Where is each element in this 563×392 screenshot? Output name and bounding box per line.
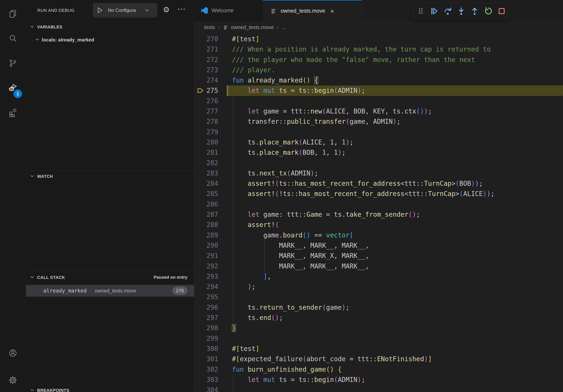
code-line[interactable]: 295 bbox=[194, 292, 563, 302]
editor-gutter[interactable]: 282 bbox=[194, 158, 232, 168]
call-stack-frame-row[interactable]: already_marked owned_tests.move 275 bbox=[26, 285, 194, 297]
breadcrumb-item-tests[interactable]: tests bbox=[204, 24, 215, 30]
code-line[interactable]: 283 ts.next_tx(ADMIN); bbox=[194, 168, 563, 178]
code-line[interactable]: 271/// When a position is already marked… bbox=[194, 44, 563, 54]
editor-gutter[interactable]: 299 bbox=[194, 333, 232, 344]
editor-gutter[interactable]: 278 bbox=[194, 117, 232, 127]
restart-icon[interactable] bbox=[483, 6, 493, 16]
code-line[interactable]: 281 ts.place_mark(BOB, 1, 1); bbox=[194, 147, 563, 158]
editor-gutter[interactable]: 298 bbox=[194, 323, 232, 333]
tab-welcome[interactable]: Welcome bbox=[194, 0, 263, 21]
settings-gear-icon[interactable] bbox=[0, 370, 26, 390]
code-line[interactable]: 294 ); bbox=[194, 282, 563, 292]
code-line[interactable]: 282 bbox=[194, 158, 563, 168]
code-line[interactable]: 304 bbox=[194, 385, 563, 392]
editor-gutter[interactable]: 295 bbox=[194, 292, 232, 302]
watch-section-header[interactable]: WATCH bbox=[30, 172, 53, 181]
editor-gutter[interactable]: 280 bbox=[194, 137, 232, 147]
editor-gutter[interactable]: 284 bbox=[194, 178, 232, 189]
code-line[interactable]: 299 bbox=[194, 333, 563, 344]
step-out-icon[interactable] bbox=[470, 6, 480, 16]
code-line[interactable]: 302fun burn_unfinished_game() { bbox=[194, 364, 563, 375]
editor-gutter[interactable]: 291 bbox=[194, 251, 232, 261]
files-icon[interactable] bbox=[0, 4, 26, 24]
breadcrumb-item-file[interactable]: owned_tests.move bbox=[231, 24, 274, 30]
call-stack-section-header[interactable]: CALL STACK bbox=[30, 273, 65, 282]
run-debug-icon[interactable]: 1 bbox=[0, 78, 26, 98]
code-line[interactable]: 278 transfer::public_transfer(game, ADMI… bbox=[194, 117, 563, 127]
code-line[interactable]: 279 bbox=[194, 127, 563, 137]
editor-gutter[interactable]: 293 bbox=[194, 271, 232, 282]
editor-gutter[interactable]: 300 bbox=[194, 344, 232, 354]
code-line[interactable]: 289 game.board() == vector[ bbox=[194, 230, 563, 240]
code-line[interactable]: 291 MARK__, MARK_X, MARK__, bbox=[194, 251, 563, 261]
editor-gutter[interactable]: 297 bbox=[194, 313, 232, 323]
editor-gutter[interactable]: 277 bbox=[194, 106, 232, 117]
code-line[interactable]: 274fun already_marked() { bbox=[194, 75, 563, 85]
code-editor[interactable]: 270#[test]271/// When a position is alre… bbox=[194, 34, 563, 392]
code-line[interactable]: 301#[expected_failure(abort_code = ttt::… bbox=[194, 354, 563, 364]
debug-configuration-dropdown[interactable]: No Configura bbox=[93, 3, 157, 17]
breadcrumb-item-symbol[interactable]: ... bbox=[282, 24, 286, 30]
step-over-icon[interactable] bbox=[443, 6, 453, 16]
code-line[interactable]: 272/// the player who made the "false" m… bbox=[194, 55, 563, 65]
code-line[interactable]: 277 let game = ttt::new(ALICE, BOB, KEY,… bbox=[194, 106, 563, 117]
editor-gutter[interactable]: 304 bbox=[194, 385, 232, 392]
editor-gutter[interactable]: 274 bbox=[194, 75, 232, 85]
editor-gutter[interactable]: 276 bbox=[194, 96, 232, 106]
editor-gutter[interactable]: 271 bbox=[194, 44, 232, 54]
editor-gutter[interactable]: 294 bbox=[194, 282, 232, 292]
code-line[interactable]: 293 ], bbox=[194, 271, 563, 282]
editor-gutter[interactable]: 303 bbox=[194, 375, 232, 385]
editor-gutter[interactable]: 285 bbox=[194, 189, 232, 199]
stop-icon[interactable] bbox=[497, 6, 507, 16]
continue-icon[interactable] bbox=[429, 6, 439, 16]
code-line[interactable]: 288 assert!( bbox=[194, 220, 563, 230]
code-line[interactable]: 300#[test] bbox=[194, 344, 563, 354]
code-line[interactable]: 280 ts.place_mark(ALICE, 1, 1); bbox=[194, 137, 563, 147]
code-line[interactable]: 275 let mut ts = ts::begin(ADMIN); bbox=[194, 85, 563, 96]
editor-gutter[interactable]: 270 bbox=[194, 34, 232, 44]
editor-gutter[interactable]: 290 bbox=[194, 240, 232, 251]
code-line[interactable]: 297 ts.end(); bbox=[194, 313, 563, 323]
code-line[interactable]: 298} bbox=[194, 323, 563, 333]
step-into-icon[interactable] bbox=[456, 6, 466, 16]
drag-grip-icon[interactable] bbox=[416, 6, 426, 16]
editor-gutter[interactable]: 283 bbox=[194, 168, 232, 178]
editor-gutter[interactable]: 301 bbox=[194, 354, 232, 364]
editor-gutter[interactable]: 296 bbox=[194, 302, 232, 313]
variables-scope-locals[interactable]: locals: already_marked bbox=[35, 35, 94, 45]
source-control-icon[interactable] bbox=[0, 53, 26, 73]
editor-gutter[interactable]: 302 bbox=[194, 364, 232, 375]
search-icon[interactable] bbox=[0, 29, 26, 48]
editor-gutter[interactable]: 272 bbox=[194, 55, 232, 65]
start-debug-icon[interactable] bbox=[96, 6, 104, 14]
editor-gutter[interactable]: 287 bbox=[194, 209, 232, 220]
editor-gutter[interactable]: 289 bbox=[194, 230, 232, 240]
close-tab-icon[interactable]: × bbox=[330, 8, 334, 15]
editor-gutter[interactable]: 292 bbox=[194, 261, 232, 271]
editor-gutter[interactable]: 279 bbox=[194, 127, 232, 137]
code-line[interactable]: 292 MARK__, MARK__, MARK__, bbox=[194, 261, 563, 271]
account-icon[interactable] bbox=[0, 343, 26, 363]
extensions-icon[interactable] bbox=[0, 103, 26, 122]
editor-gutter[interactable]: 281 bbox=[194, 147, 232, 158]
settings-gear-icon[interactable]: ⚙ bbox=[163, 5, 170, 14]
code-line[interactable]: 290 MARK__, MARK__, MARK__, bbox=[194, 240, 563, 251]
breakpoints-section-header[interactable]: BREAKPOINTS bbox=[30, 386, 69, 392]
code-line[interactable]: 276 bbox=[194, 96, 563, 106]
code-line[interactable]: 273/// player. bbox=[194, 65, 563, 75]
editor-gutter[interactable]: 275 bbox=[194, 85, 232, 96]
code-line[interactable]: 270#[test] bbox=[194, 34, 563, 44]
code-line[interactable]: 303 let mut ts = ts::begin(ADMIN); bbox=[194, 375, 563, 385]
editor-gutter[interactable]: 286 bbox=[194, 199, 232, 209]
editor-gutter[interactable]: 288 bbox=[194, 220, 232, 230]
editor-gutter[interactable]: 273 bbox=[194, 65, 232, 75]
code-line[interactable]: 287 let game: ttt::Game = ts.take_from_s… bbox=[194, 209, 563, 220]
code-line[interactable]: 285 assert!(!ts::has_most_recent_for_add… bbox=[194, 189, 563, 199]
code-line[interactable]: 284 assert!(ts::has_most_recent_for_addr… bbox=[194, 178, 563, 189]
variables-section-header[interactable]: VARIABLES bbox=[30, 23, 62, 31]
tab-owned-tests-move[interactable]: owned_tests.move × bbox=[263, 0, 362, 21]
code-line[interactable]: 296 ts.return_to_sender(game); bbox=[194, 302, 563, 313]
code-line[interactable]: 286 bbox=[194, 199, 563, 209]
